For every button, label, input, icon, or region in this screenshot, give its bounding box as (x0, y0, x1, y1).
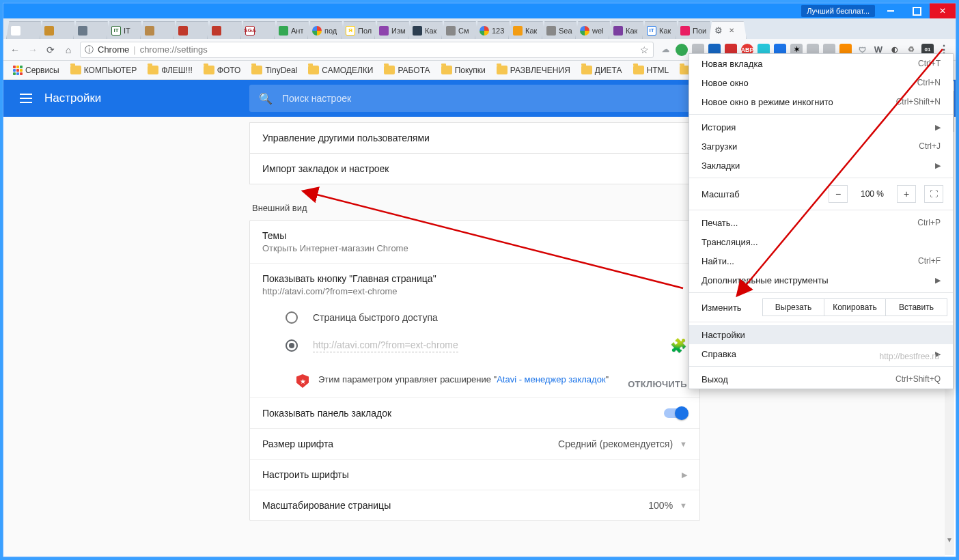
ext-icon[interactable]: ☁ (659, 44, 671, 56)
ext-icon[interactable] (676, 44, 688, 56)
chevron-down-icon: ▼ (680, 501, 687, 509)
show-bookmarks-row[interactable]: Показывать панель закладок (250, 398, 699, 429)
browser-tab[interactable] (140, 21, 178, 39)
browser-tab[interactable]: ЯПол (341, 21, 378, 39)
menu-find[interactable]: Найти...Ctrl+F (689, 251, 953, 270)
browser-tab[interactable] (173, 21, 211, 39)
extension-notice: Этим параметром управляет расширение "At… (250, 370, 621, 397)
close-window-button[interactable] (930, 3, 956, 18)
menu-new-window[interactable]: Новое окноCtrl+N (689, 73, 953, 92)
apps-icon (13, 66, 23, 75)
apps-label: Сервисы (25, 66, 59, 75)
extension-puzzle-icon: 🧩 (670, 337, 687, 354)
browser-tab[interactable]: Как (408, 21, 445, 39)
font-size-value: Средний (рекомендуется) (558, 438, 673, 449)
browser-tab[interactable] (207, 21, 245, 39)
browser-tab[interactable]: SGA (240, 21, 278, 39)
browser-tab[interactable]: Как (609, 21, 646, 39)
maximize-button[interactable] (904, 3, 930, 18)
menu-bookmarks[interactable]: Закладки▶ (689, 156, 953, 175)
toggle-on[interactable] (664, 408, 687, 418)
bookmark-folder[interactable]: ФОТО (199, 64, 245, 76)
apps-shortcut[interactable]: Сервисы (9, 64, 64, 76)
browser-tab[interactable] (40, 21, 77, 39)
bookmark-folder[interactable]: РАБОТА (380, 64, 434, 76)
tab-strip: ITITSGAАнтподЯПолИзмКакСм123КакSeawelКак… (3, 18, 956, 39)
bookmark-folder[interactable]: РАЗВЛЕЧЕНИЯ (492, 64, 574, 76)
browser-tab[interactable]: Как (508, 21, 546, 39)
menu-zoom: Масштаб − 100 % + ⛶ (689, 181, 953, 207)
font-size-row[interactable]: Размер шрифта Средний (рекомендуется)▼ (250, 429, 699, 460)
search-icon: 🔍 (259, 92, 273, 105)
menu-icon[interactable] (20, 94, 32, 103)
browser-tab[interactable]: Изм (374, 21, 412, 39)
browser-tab[interactable] (6, 21, 44, 39)
browser-tab[interactable]: ⚙✕ (709, 21, 747, 39)
menu-exit[interactable]: ВыходCtrl+Shift+Q (689, 369, 953, 389)
radio-custom-url[interactable]: http://atavi.com/?from=ext-chrome 🧩 (262, 331, 687, 361)
menu-paste[interactable]: Вставить (885, 298, 947, 316)
bookmark-folder[interactable]: САМОДЕЛКИ (304, 64, 377, 76)
bookmark-folder[interactable]: ДИЕТА (577, 64, 626, 76)
bookmark-folder[interactable]: Покупки (437, 64, 490, 76)
show-bookmarks-label: Показывать панель закладок (262, 408, 391, 419)
omnibox-host: Chrome (98, 44, 129, 55)
browser-tab[interactable]: Ант (274, 21, 311, 39)
import-bookmarks-row[interactable]: Импорт закладок и настроек (249, 153, 700, 184)
menu-history[interactable]: История▶ (689, 117, 953, 137)
bookmark-folder[interactable]: TinyDeal (247, 64, 301, 76)
bookmark-folder[interactable]: ФЛЕШ!!! (143, 64, 197, 76)
omnibox-path: chrome://settings (140, 44, 208, 55)
home-button[interactable]: ⌂ (62, 44, 74, 56)
page-zoom-value: 100% (648, 500, 673, 511)
watermark: http://bestfree.ru (880, 352, 939, 361)
custom-url-input[interactable]: http://atavi.com/?from=ext-chrome (313, 339, 458, 352)
ext-note-text-1: Этим параметром управляет расширение " (318, 374, 497, 384)
site-info-icon[interactable]: ⓘ (85, 44, 94, 56)
bookmark-folder[interactable]: КОМПЬЮТЕР (66, 64, 141, 76)
bookmark-star-icon[interactable]: ☆ (640, 44, 649, 55)
menu-new-tab[interactable]: Новая вкладкаCtrl+T (689, 54, 953, 73)
zoom-out-button[interactable]: − (829, 185, 848, 203)
home-button-row: Показывать кнопку "Главная страница" htt… (250, 264, 699, 300)
themes-title: Темы (262, 230, 687, 241)
home-button-title: Показывать кнопку "Главная страница" (262, 273, 687, 284)
browser-tab[interactable]: wel (575, 21, 613, 39)
browser-tab[interactable]: 123 (475, 21, 512, 39)
ext-link[interactable]: Atavi - менеджер закладок (497, 374, 605, 384)
bookmark-folder[interactable]: HTML (629, 64, 673, 76)
forward-button[interactable]: → (27, 44, 39, 56)
menu-settings[interactable]: Настройки (689, 325, 953, 344)
menu-incognito[interactable]: Новое окно в режиме инкогнитоCtrl+Shift+… (689, 92, 953, 111)
browser-tab[interactable]: ITКак (642, 21, 680, 39)
fullscreen-button[interactable]: ⛶ (924, 185, 943, 203)
browser-tab[interactable]: ITIT (107, 21, 144, 39)
browser-tab[interactable] (73, 21, 111, 39)
zoom-value: 100 % (856, 189, 889, 199)
menu-cast[interactable]: Трансляция... (689, 232, 953, 251)
minimize-button[interactable] (878, 3, 904, 18)
browser-tab[interactable]: См (441, 21, 479, 39)
browser-tab[interactable]: Пои (676, 21, 713, 39)
radio-ntp[interactable]: Страница быстрого доступа (262, 305, 687, 331)
settings-title: Настройки (44, 92, 101, 105)
menu-cut[interactable]: Вырезать (762, 298, 824, 316)
customize-fonts-row[interactable]: Настроить шрифты ▶ (250, 460, 699, 490)
browser-tab[interactable]: Sea (542, 21, 579, 39)
appearance-section-label: Внешний вид (252, 203, 700, 213)
chevron-right-icon: ▶ (682, 471, 687, 479)
reload-button[interactable]: ⟳ (44, 44, 57, 56)
back-button[interactable]: ← (9, 44, 21, 56)
menu-downloads[interactable]: ЗагрузкиCtrl+J (689, 137, 953, 156)
browser-tab[interactable]: под (307, 21, 345, 39)
menu-print[interactable]: Печать...Ctrl+P (689, 213, 953, 232)
themes-row[interactable]: Темы Открыть Интернет-магазин Chrome (250, 221, 699, 264)
manage-users-row[interactable]: Управление другими пользователями (249, 122, 700, 154)
menu-more-tools[interactable]: Дополнительные инструменты▶ (689, 270, 953, 290)
page-zoom-row[interactable]: Масштабирование страницы 100%▼ (250, 490, 699, 520)
omnibox[interactable]: ⓘ Chrome | chrome://settings ☆ (80, 42, 654, 58)
zoom-in-button[interactable]: + (897, 185, 916, 203)
menu-copy[interactable]: Копировать (824, 298, 886, 316)
settings-search[interactable]: 🔍 Поиск настроек (249, 85, 700, 112)
themes-subtitle: Открыть Интернет-магазин Chrome (262, 243, 687, 253)
